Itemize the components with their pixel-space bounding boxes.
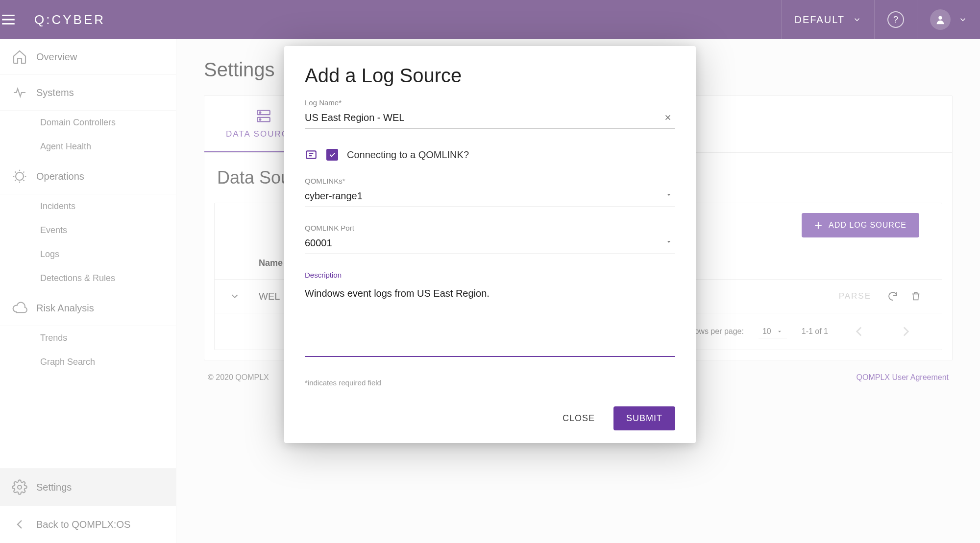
qomlink-checkbox[interactable] — [326, 149, 338, 161]
qomlink-port-label: QOMLINK Port — [305, 224, 354, 232]
qomlinks-field: QOMLINKs* cyber-range1 — [305, 180, 675, 207]
log-name-label: Log Name* — [305, 98, 342, 107]
description-input[interactable] — [305, 274, 675, 357]
clear-input-button[interactable] — [663, 113, 672, 122]
qomlink-port-field: QOMLINK Port 60001 — [305, 227, 675, 254]
qomlink-port-value: 60001 — [305, 237, 332, 248]
qomlink-checkbox-label: Connecting to a QOMLINK? — [347, 149, 469, 161]
caret-down-icon — [665, 238, 672, 245]
description-label: Description — [305, 271, 342, 279]
description-field: Description — [305, 274, 675, 359]
link-icon — [305, 148, 318, 161]
caret-down-icon — [665, 191, 672, 198]
qomlink-checkbox-row: Connecting to a QOMLINK? — [305, 148, 675, 161]
close-icon — [663, 113, 672, 122]
qomlinks-value: cyber-range1 — [305, 190, 363, 201]
submit-button[interactable]: SUBMIT — [613, 406, 675, 430]
dialog-title: Add a Log Source — [305, 65, 675, 87]
required-field-hint: *indicates required field — [305, 378, 675, 387]
log-name-input[interactable] — [305, 101, 675, 129]
add-log-source-dialog: Add a Log Source Log Name* Connecting to… — [284, 46, 696, 443]
qomlink-port-select[interactable]: 60001 — [305, 227, 675, 254]
svg-rect-7 — [306, 151, 316, 158]
log-name-field: Log Name* — [305, 101, 675, 129]
check-icon — [328, 151, 336, 159]
qomlinks-select[interactable]: cyber-range1 — [305, 180, 675, 207]
qomlinks-label: QOMLINKs* — [305, 177, 345, 185]
close-button[interactable]: CLOSE — [551, 406, 607, 430]
